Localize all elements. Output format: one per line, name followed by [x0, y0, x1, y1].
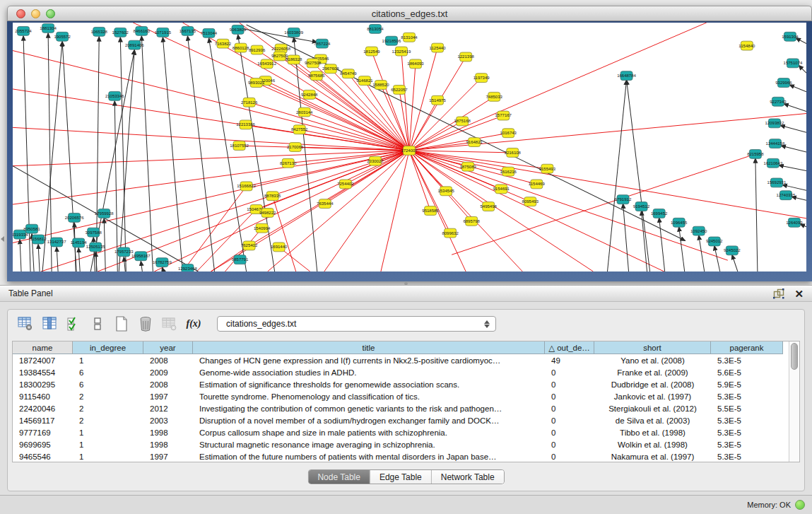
graph-node[interactable]: 9154691	[493, 185, 510, 194]
graph-node[interactable]: 20206576	[65, 213, 84, 222]
graph-node[interactable]: 1588520	[372, 81, 389, 90]
graph-node[interactable]: 9155493	[539, 164, 556, 173]
graph-node[interactable]: 9329966	[775, 78, 792, 88]
graph-node[interactable]: 9893021	[248, 78, 265, 88]
graph-node[interactable]: 1154469	[529, 180, 546, 189]
graph-node[interactable]: 12325419	[392, 47, 411, 56]
table-row[interactable]: 1938455462009Genome-wide association stu…	[13, 366, 789, 378]
table-row[interactable]: 1872400712008Changes of HCN gene express…	[13, 354, 789, 366]
graph-node[interactable]: 12444158	[766, 139, 785, 148]
graph-node[interactable]: 1264093	[786, 218, 803, 227]
graph-node[interactable]: 2967608	[322, 64, 339, 74]
graph-node[interactable]: 9242848	[301, 90, 318, 99]
graph-node[interactable]: 8454749	[340, 69, 357, 78]
graph-node[interactable]: 1699452	[651, 209, 668, 218]
graph-node[interactable]: 1540994	[254, 223, 271, 233]
graph-node[interactable]: 6791912	[615, 195, 632, 204]
graph-node[interactable]: 8350581	[23, 224, 40, 233]
graph-node[interactable]: 7635444	[317, 199, 334, 209]
minimize-window-button[interactable]	[31, 9, 40, 18]
graph-node[interactable]: 7625402	[241, 241, 258, 250]
graph-node[interactable]: 1514975	[429, 95, 446, 105]
table-row[interactable]: 911546021997Tourette syndrome. Phenomeno…	[13, 390, 789, 402]
graph-node[interactable]: 9827508	[305, 59, 322, 68]
graph-node[interactable]: 8860128	[233, 43, 249, 52]
memory-status-indicator[interactable]	[795, 500, 805, 510]
graph-node[interactable]: 3216108	[505, 148, 522, 157]
graph-node[interactable]: 1154840	[739, 41, 755, 50]
select-columns-button[interactable]	[39, 314, 60, 334]
table-scrollbar-thumb[interactable]	[791, 343, 798, 370]
graph-node[interactable]: 8095493	[522, 197, 539, 206]
graph-node[interactable]: 9498222	[259, 209, 276, 218]
graph-node[interactable]: 6522057	[391, 85, 408, 94]
graph-node[interactable]: 1527602	[112, 28, 129, 37]
graph-node[interactable]: 9194512	[633, 202, 650, 211]
graph-node[interactable]: 16543912	[257, 59, 276, 69]
graph-node[interactable]: 8267130	[280, 158, 297, 168]
tab-edge-table[interactable]: Edge Table	[370, 470, 431, 484]
close-window-button[interactable]	[16, 9, 25, 18]
graph-node[interactable]: 9875685	[308, 71, 325, 81]
tab-node-table[interactable]: Node Table	[308, 470, 370, 484]
graph-node[interactable]: 8099632	[442, 228, 459, 238]
network-table-select[interactable]: citations_edges.txt	[217, 316, 496, 332]
graph-node[interactable]: 1864093	[407, 59, 424, 69]
graph-node[interactable]: 3097588	[86, 228, 102, 237]
graph-node[interactable]: 1016743	[500, 129, 517, 138]
create-table-button[interactable]	[111, 314, 132, 334]
graph-node[interactable]: 1905572	[54, 32, 71, 41]
graph-node[interactable]: 2330027	[367, 156, 384, 165]
graph-node[interactable]: 1071915	[155, 28, 172, 37]
column-header-short[interactable]: short	[594, 341, 711, 354]
delete-table-button[interactable]	[159, 314, 180, 334]
graph-node[interactable]: 16782759	[153, 258, 172, 267]
graph-node[interactable]: 2170066	[287, 143, 304, 152]
table-row[interactable]: 1456911722003Disruption of a novel membe…	[13, 414, 789, 426]
column-header-out_degree[interactable]: △ out_de…	[545, 341, 594, 354]
graph-node[interactable]: 2803144	[296, 107, 313, 117]
column-header-title[interactable]: title	[193, 341, 545, 354]
network-canvas[interactable]: 2055724188130419055721065328152760284661…	[13, 23, 806, 271]
graph-node[interactable]: 1577167	[495, 111, 512, 120]
graph-node[interactable]: 2718126	[241, 98, 258, 107]
graph-node[interactable]: 1065328	[91, 27, 108, 36]
table-row[interactable]: 977716911998Corpus callosum shape and si…	[13, 426, 789, 438]
graph-node[interactable]: 12093832	[765, 119, 784, 128]
column-header-pagerank[interactable]: pagerank	[711, 341, 783, 354]
graph-node[interactable]: 7485033	[486, 92, 503, 101]
unselect-rows-button[interactable]	[87, 314, 108, 334]
graph-node[interactable]: 1096455	[671, 218, 688, 227]
graph-node[interactable]: 1691440	[271, 243, 288, 252]
column-header-name[interactable]: name	[13, 341, 73, 354]
graph-node[interactable]: 9857791	[232, 255, 249, 264]
graph-node[interactable]: 1881304	[40, 23, 57, 33]
graph-node[interactable]: 8466160	[134, 26, 151, 35]
graph-node[interactable]: 15166822	[237, 182, 256, 191]
graph-node[interactable]: 8878335	[264, 192, 281, 201]
graph-node[interactable]: 17959928	[95, 209, 114, 218]
graph-node[interactable]: 1197349	[473, 74, 490, 83]
graph-node[interactable]: 1875168	[454, 117, 471, 126]
graph-node[interactable]: 16648784	[617, 71, 636, 81]
column-header-year[interactable]: year	[143, 341, 193, 354]
graph-node[interactable]: 7254402	[337, 180, 354, 189]
graph-node[interactable]: 1145194	[71, 238, 88, 247]
graph-node[interactable]: 1221398	[457, 52, 474, 62]
graph-node[interactable]: 13142737	[47, 238, 66, 247]
graph-node[interactable]: 1125440	[430, 43, 447, 52]
table-scrollbar[interactable]	[789, 341, 799, 462]
graph-node[interactable]: 18107552	[230, 141, 249, 151]
graph-node[interactable]: 15692931	[767, 178, 787, 187]
graph-node[interactable]: 2055724	[15, 26, 32, 35]
delete-rows-button[interactable]	[135, 314, 156, 334]
graph-node[interactable]: 9245022	[724, 246, 741, 255]
graph-node[interactable]: 9227343	[770, 97, 787, 106]
panel-collapse-arrow[interactable]	[1, 236, 4, 242]
table-row[interactable]: 969969511998Structural magnetic resonanc…	[13, 438, 789, 450]
graph-node[interactable]: 16033809	[284, 28, 303, 37]
graph-node[interactable]: 16958167	[131, 252, 151, 261]
graph-node[interactable]: 8186328	[286, 55, 302, 64]
graph-node[interactable]: 8427552	[291, 125, 308, 134]
table-settings-button[interactable]	[15, 314, 36, 334]
